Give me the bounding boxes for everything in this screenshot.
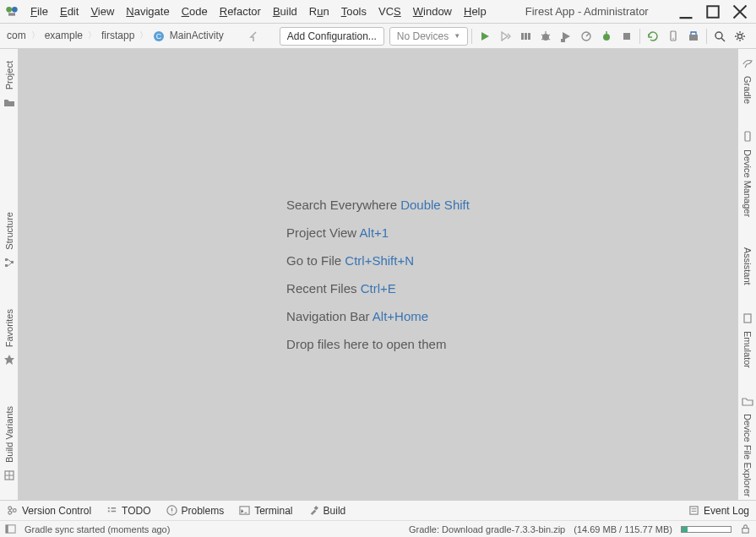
device-label: No Devices — [397, 30, 449, 42]
progress-bar — [681, 526, 732, 533]
svg-text:C: C — [156, 32, 162, 41]
hint-search-everywhere: Search Everywhere Double Shift — [286, 198, 470, 212]
variant-icon — [3, 469, 15, 481]
svg-rect-34 — [690, 507, 698, 514]
svg-rect-37 — [742, 529, 748, 534]
tool-windows-icon[interactable] — [5, 523, 16, 534]
svg-point-18 — [715, 32, 722, 39]
terminal-icon — [239, 505, 250, 516]
apply-changes-button[interactable] — [496, 27, 514, 46]
svg-point-10 — [542, 34, 549, 41]
menu-code[interactable]: Code — [177, 3, 213, 19]
menu-vcs[interactable]: VCS — [373, 3, 406, 19]
build-variants-tab[interactable]: Build Variants — [3, 403, 15, 481]
hammer-icon — [308, 505, 319, 516]
class-icon: C — [153, 30, 165, 42]
device-file-explorer-tab[interactable]: Device File Explorer — [742, 395, 753, 500]
menu-build[interactable]: Build — [268, 3, 302, 19]
svg-point-1 — [12, 7, 18, 13]
profiler-button[interactable] — [577, 27, 596, 46]
gradle-tab[interactable]: Gradle — [742, 57, 753, 107]
structure-tab[interactable]: Structure — [3, 209, 15, 268]
android-studio-icon — [5, 5, 19, 19]
run-button[interactable] — [476, 27, 494, 46]
svg-rect-22 — [11, 261, 14, 263]
version-control-tab[interactable]: Version Control — [7, 505, 91, 517]
hint-drop-files: Drop files here to open them — [286, 337, 470, 351]
emulator-icon — [742, 312, 753, 324]
vcs-icon — [7, 505, 18, 516]
menu-file[interactable]: File — [25, 3, 53, 19]
svg-rect-7 — [521, 33, 524, 40]
svg-rect-17 — [689, 35, 698, 41]
device-icon — [742, 131, 753, 143]
chevron-right-icon: 〉 — [31, 30, 40, 41]
menu-navigate[interactable]: Navigate — [121, 3, 174, 19]
window-title: Firest App - Administrator — [525, 5, 649, 18]
problems-tab[interactable]: Problems — [166, 505, 225, 517]
svg-rect-9 — [528, 33, 530, 40]
svg-rect-20 — [5, 258, 8, 261]
todo-tab[interactable]: TODO — [106, 505, 150, 517]
settings-button[interactable] — [731, 27, 749, 46]
svg-rect-11 — [561, 39, 565, 42]
svg-rect-8 — [525, 33, 527, 40]
device-manager-tab[interactable]: Device Manager — [742, 131, 753, 220]
right-tool-gutter: Gradle Device Manager Assistant Emulator… — [737, 49, 756, 500]
svg-rect-36 — [6, 525, 8, 533]
main-area: Project Structure Favorites Build Varian… — [0, 49, 756, 500]
breadcrumb-item[interactable]: firstapp — [98, 28, 138, 43]
attach-debugger-button[interactable] — [597, 27, 616, 46]
menu-window[interactable]: Window — [408, 3, 457, 19]
breadcrumb-item[interactable]: example — [41, 28, 86, 43]
coverage-button[interactable] — [557, 27, 575, 46]
svg-point-16 — [672, 38, 674, 40]
lock-icon[interactable] — [740, 523, 751, 534]
minimize-button[interactable] — [678, 4, 693, 19]
build-tab[interactable]: Build — [308, 505, 346, 517]
todo-icon — [106, 505, 117, 516]
avd-manager-button[interactable] — [664, 27, 683, 46]
debug-button[interactable] — [536, 27, 555, 46]
breadcrumb-item[interactable]: C MainActivity — [150, 28, 226, 44]
menu-view[interactable]: View — [85, 3, 119, 19]
project-tab[interactable]: Project — [3, 57, 15, 108]
svg-rect-14 — [623, 33, 630, 40]
bottom-tool-strip: Version Control TODO Problems Terminal B… — [0, 500, 756, 520]
apply-code-changes-button[interactable] — [516, 27, 535, 46]
svg-rect-4 — [707, 6, 719, 18]
svg-point-0 — [6, 7, 12, 13]
maximize-button[interactable] — [705, 4, 721, 19]
favorites-tab[interactable]: Favorites — [3, 306, 15, 366]
hint-go-to-file: Go to File Ctrl+Shift+N — [286, 253, 470, 268]
emulator-tab[interactable]: Emulator — [742, 312, 753, 372]
svg-rect-21 — [5, 264, 8, 267]
back-button[interactable] — [244, 27, 263, 46]
problems-icon — [166, 505, 177, 516]
terminal-tab[interactable]: Terminal — [239, 505, 292, 517]
event-log-tab[interactable]: Event Log — [688, 505, 749, 517]
sdk-manager-button[interactable] — [684, 27, 703, 46]
search-button[interactable] — [710, 27, 729, 46]
menu-refactor[interactable]: Refactor — [215, 3, 266, 19]
svg-point-27 — [8, 511, 12, 514]
svg-rect-33 — [313, 506, 318, 510]
menu-help[interactable]: Help — [459, 3, 492, 19]
sync-gradle-button[interactable] — [644, 27, 662, 46]
svg-point-28 — [13, 509, 16, 513]
menu-edit[interactable]: Edit — [55, 3, 84, 19]
svg-rect-3 — [680, 17, 693, 19]
close-button[interactable] — [732, 4, 748, 19]
editor-area[interactable]: Search Everywhere Double Shift Project V… — [19, 49, 737, 500]
run-config-combo[interactable]: Add Configuration... — [280, 27, 384, 46]
breadcrumb-item[interactable]: com — [3, 28, 30, 43]
device-combo[interactable]: No Devices ▼ — [389, 27, 468, 46]
svg-point-19 — [738, 34, 742, 38]
empty-editor-hints: Search Everywhere Double Shift Project V… — [286, 198, 470, 351]
assistant-tab[interactable]: Assistant — [742, 244, 753, 289]
menu-run[interactable]: Run — [304, 3, 334, 19]
hint-recent-files: Recent Files Ctrl+E — [286, 281, 470, 296]
menu-tools[interactable]: Tools — [336, 3, 372, 19]
file-explorer-icon — [742, 395, 753, 407]
stop-button[interactable] — [617, 27, 636, 46]
